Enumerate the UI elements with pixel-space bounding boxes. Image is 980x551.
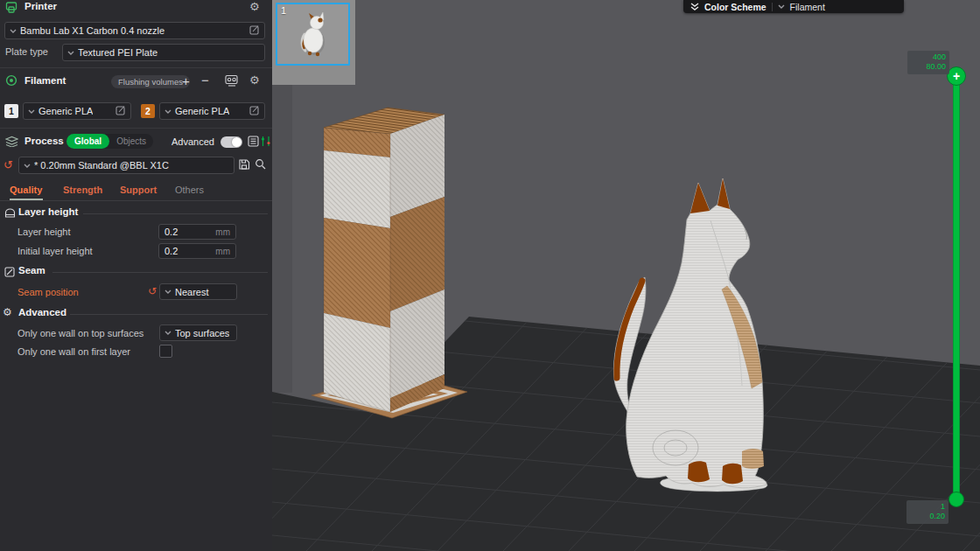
filament-slot-1-badge[interactable]: 1 — [4, 104, 18, 118]
seam-position-label: Seam position — [18, 287, 79, 297]
plate-type-select[interactable]: Textured PEI Plate — [62, 44, 265, 61]
filament-1-select[interactable]: Generic PLA — [23, 102, 131, 120]
layer-slider-top-handle[interactable]: + — [947, 66, 966, 86]
printer-section-title: Printer — [24, 1, 57, 11]
layer-height-unit: mm — [215, 227, 230, 237]
tab-support[interactable]: Support — [120, 185, 157, 195]
color-scheme-bar: Color Scheme Filament — [683, 0, 904, 13]
viewport-3d[interactable]: 1 Color S — [272, 0, 980, 551]
scope-objects[interactable]: Objects — [109, 136, 153, 146]
section-rule — [70, 314, 268, 315]
tab-strength[interactable]: Strength — [63, 185, 102, 195]
edit-printer-icon[interactable] — [249, 24, 260, 37]
search-preset-icon[interactable] — [255, 158, 266, 170]
layer-slider-track[interactable] — [953, 76, 960, 500]
bambu-studio-window: Printer ⚙ Bambu Lab X1 Carbon 0.4 nozzle… — [0, 0, 980, 551]
initial-layer-height-label: Initial layer height — [18, 246, 93, 256]
chevron-down-icon — [24, 164, 31, 168]
chevron-down-icon — [164, 109, 172, 114]
chevron-down-icon — [164, 331, 172, 335]
chevron-down-icon — [778, 4, 785, 9]
color-scheme-value[interactable]: Filament — [790, 2, 825, 12]
layer-height-icon — [4, 206, 16, 222]
filament-icon — [5, 74, 18, 90]
plate-thumbnail-panel: 1 — [272, 0, 355, 85]
wall-corner-shadow — [272, 83, 292, 393]
section-rule — [83, 213, 268, 214]
param-list-icon[interactable] — [248, 136, 259, 147]
plate-type-label: Plate type — [5, 46, 48, 57]
section-rule — [52, 272, 268, 273]
bottom-layer-height: 0.20 — [910, 512, 945, 521]
section-divider — [0, 67, 272, 68]
ams-icon[interactable] — [225, 74, 239, 87]
one-wall-first-layer-checkbox[interactable] — [159, 345, 172, 358]
reset-process-icon[interactable]: ↺ — [4, 159, 13, 171]
process-section-title: Process — [24, 136, 64, 146]
process-preset-select[interactable]: * 0.20mm Standard @BBL X1C — [18, 157, 234, 174]
edit-filament-1-icon[interactable] — [116, 105, 126, 117]
layer-height-label: Layer height — [18, 227, 71, 237]
process-preset-value: * 0.20mm Standard @BBL X1C — [34, 160, 169, 171]
top-layer-height: 80.00 — [911, 62, 946, 72]
reset-seam-icon[interactable]: ↺ — [148, 286, 157, 296]
chevron-down-icon — [28, 109, 35, 114]
plate-thumbnail-1[interactable]: 1 — [276, 3, 350, 66]
initial-layer-height-value: 0.2 — [164, 246, 178, 256]
seam-position-select[interactable]: Nearest — [159, 283, 237, 300]
scene-canvas — [272, 0, 980, 551]
one-wall-top-label: Only one wall on top surfaces — [18, 328, 144, 338]
printer-select[interactable]: Bambu Lab X1 Carbon 0.4 nozzle — [4, 22, 265, 39]
param-table-icon[interactable] — [261, 136, 271, 147]
save-preset-icon[interactable] — [238, 158, 250, 171]
one-wall-top-value: Top surfaces — [175, 328, 229, 338]
filament-2-select[interactable]: Generic PLA — [159, 102, 265, 120]
remove-filament-icon[interactable]: − — [201, 73, 209, 87]
chevron-down-icon — [10, 29, 17, 33]
filament-1-value: Generic PLA — [38, 106, 93, 116]
layer-height-section-title: Layer height — [18, 206, 78, 217]
top-layer-number: 400 — [911, 52, 946, 62]
advanced-section-title: Advanced — [18, 307, 66, 317]
process-icon — [5, 135, 18, 150]
plate-number: 1 — [281, 5, 286, 16]
tab-quality[interactable]: Quality — [10, 185, 42, 195]
edit-filament-2-icon[interactable] — [249, 105, 260, 117]
printer-icon — [5, 1, 18, 17]
chevron-down-icon — [67, 51, 74, 55]
layer-height-input[interactable]: 0.2 mm — [158, 224, 236, 240]
flushing-volumes-button[interactable]: Flushing volumes — [111, 75, 190, 88]
seam-position-value: Nearest — [175, 287, 209, 297]
one-wall-top-select[interactable]: Top surfaces — [159, 324, 237, 341]
tab-others[interactable]: Others — [175, 185, 204, 195]
initial-layer-height-input[interactable]: 0.2 mm — [158, 243, 236, 259]
process-tab-bar: Quality Strength Support Others — [0, 180, 272, 201]
toggle-knob — [232, 137, 242, 147]
active-tab-underline — [10, 199, 43, 200]
scope-global[interactable]: Global — [66, 134, 109, 149]
add-filament-icon[interactable]: + — [182, 73, 190, 88]
bar-divider — [772, 3, 773, 11]
advanced-section-icon: ⚙ — [3, 306, 12, 318]
layer-height-value: 0.2 — [164, 227, 178, 237]
filament-slot-2-badge[interactable]: 2 — [141, 104, 155, 118]
filament-section-title: Filament — [24, 75, 66, 86]
printer-settings-gear-icon[interactable]: ⚙ — [249, 0, 260, 13]
layer-slider-bottom-badge: 1 0.20 — [906, 500, 948, 524]
advanced-toggle[interactable] — [220, 136, 242, 148]
initial-layer-height-unit: mm — [215, 247, 230, 256]
bottom-layer-number: 1 — [910, 502, 945, 512]
wipe-tower-model[interactable] — [312, 108, 467, 418]
process-scope-switch[interactable]: Global Objects — [66, 134, 153, 149]
section-divider — [0, 128, 272, 129]
collapse-double-chevron-icon[interactable] — [690, 3, 699, 11]
layer-slider-top-badge: 400 80.00 — [907, 51, 949, 74]
filament-2-value: Generic PLA — [175, 106, 229, 116]
layer-slider-bottom-handle[interactable] — [948, 492, 964, 507]
seam-icon — [4, 265, 15, 281]
one-wall-first-layer-label: Only one wall on first layer — [18, 346, 130, 357]
printer-select-value: Bambu Lab X1 Carbon 0.4 nozzle — [20, 25, 164, 36]
seam-section-title: Seam — [18, 265, 46, 276]
advanced-toggle-label: Advanced — [172, 136, 214, 147]
filament-settings-gear-icon[interactable]: ⚙ — [249, 73, 260, 87]
